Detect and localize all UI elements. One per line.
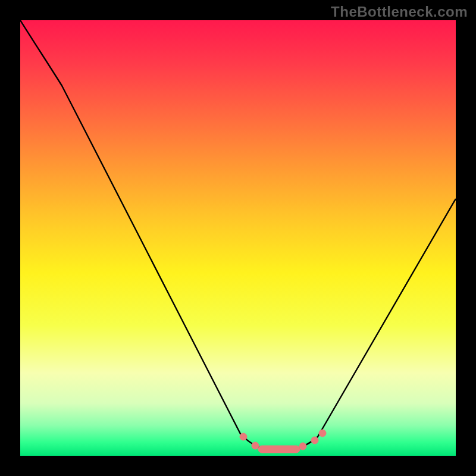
curve-svg	[20, 20, 456, 456]
bottleneck-curve	[20, 20, 456, 452]
plot-area	[20, 20, 456, 456]
svg-rect-2	[258, 446, 300, 453]
watermark-text: TheBottleneck.com	[331, 4, 468, 20]
svg-point-5	[319, 430, 326, 437]
svg-point-4	[311, 437, 318, 444]
chart-frame: TheBottleneck.com	[0, 0, 476, 476]
svg-point-1	[252, 442, 259, 449]
svg-point-0	[240, 433, 247, 440]
marker-band	[240, 430, 326, 453]
svg-point-3	[299, 443, 306, 450]
